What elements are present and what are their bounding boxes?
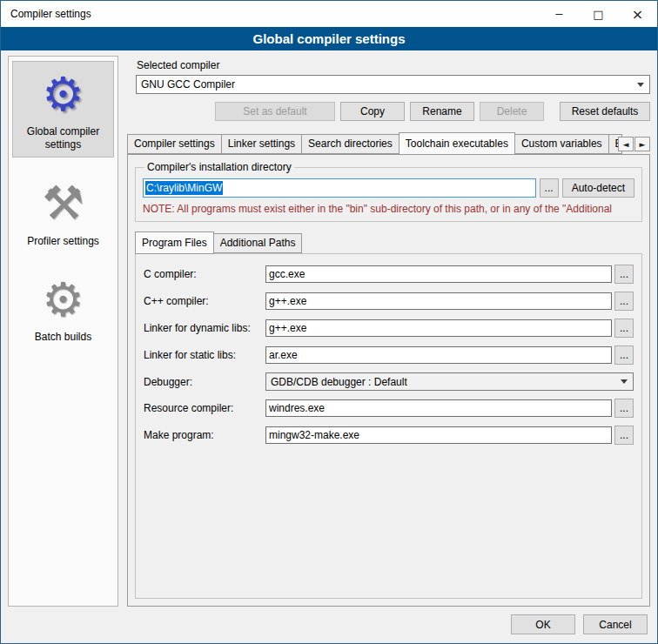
field-row-debugger: Debugger: GDB/CDB debugger : Default bbox=[144, 372, 634, 391]
sidebar-item-label: Profiler settings bbox=[27, 235, 99, 248]
main-panel: Selected compiler GNU GCC Compiler Set a… bbox=[127, 56, 650, 607]
sidebar-item-batch-builds[interactable]: ⚙ Batch builds bbox=[12, 266, 114, 350]
ok-button[interactable]: OK bbox=[511, 614, 575, 634]
close-icon: × bbox=[632, 6, 643, 23]
set-as-default-button: Set as default bbox=[215, 102, 335, 121]
minimize-icon: ─ bbox=[556, 8, 563, 21]
settings-category-list: ⚙ Global compiler settings ⚒ Profiler se… bbox=[8, 56, 118, 607]
gears-icon: ⚙ bbox=[42, 274, 84, 325]
close-button[interactable]: × bbox=[618, 1, 657, 27]
compiler-actions: Set as default Copy Rename Delete Reset … bbox=[136, 102, 650, 121]
dialog-content: ⚙ Global compiler settings ⚒ Profiler se… bbox=[1, 50, 657, 612]
settings-tabs: Compiler settings Linker settings Search… bbox=[127, 132, 650, 154]
installation-directory-group: Compiler's installation directory C:\ray… bbox=[135, 161, 642, 222]
compiler-settings-dialog: Compiler settings ─ □ × Global compiler … bbox=[0, 0, 658, 644]
field-row-resource-compiler: Resource compiler: ... bbox=[144, 399, 634, 418]
selected-compiler-dropdown[interactable]: GNU GCC Compiler bbox=[136, 75, 650, 94]
tab-search-directories[interactable]: Search directories bbox=[301, 134, 400, 154]
titlebar[interactable]: Compiler settings ─ □ × bbox=[1, 1, 657, 27]
debugger-value: GDB/CDB debugger : Default bbox=[271, 376, 407, 388]
linker-static-browse-button[interactable]: ... bbox=[614, 345, 634, 365]
executables-subtabs: Program Files Additional Paths bbox=[135, 231, 642, 253]
field-row-linker-dynamic: Linker for dynamic libs: ... bbox=[144, 319, 634, 338]
maximize-button[interactable]: □ bbox=[579, 1, 618, 27]
chevron-down-icon bbox=[633, 77, 648, 92]
field-row-cpp-compiler: C++ compiler: ... bbox=[144, 292, 634, 311]
copy-button[interactable]: Copy bbox=[340, 102, 405, 121]
field-row-linker-static: Linker for static libs: ... bbox=[144, 345, 634, 365]
linker-dynamic-label: Linker for dynamic libs: bbox=[144, 322, 265, 334]
cpp-compiler-input[interactable] bbox=[265, 292, 612, 310]
dialog-header: Global compiler settings bbox=[1, 27, 657, 50]
make-program-label: Make program: bbox=[144, 429, 265, 441]
field-row-make-program: Make program: ... bbox=[144, 426, 634, 445]
c-compiler-label: C compiler: bbox=[144, 268, 265, 280]
linker-dynamic-input[interactable] bbox=[265, 319, 612, 337]
installation-directory-input[interactable]: C:\raylib\MinGW bbox=[143, 178, 536, 198]
reset-defaults-button[interactable]: Reset defaults bbox=[560, 102, 650, 121]
hammer-icon: ⚒ bbox=[42, 178, 84, 229]
browse-directory-button[interactable]: ... bbox=[540, 178, 559, 198]
tab-scroll-right-button[interactable]: ► bbox=[634, 137, 650, 151]
linker-static-label: Linker for static libs: bbox=[144, 349, 265, 361]
resource-compiler-label: Resource compiler: bbox=[144, 402, 265, 414]
window-title: Compiler settings bbox=[1, 8, 91, 20]
subtab-additional-paths[interactable]: Additional Paths bbox=[213, 233, 303, 253]
tab-compiler-settings[interactable]: Compiler settings bbox=[127, 134, 222, 154]
auto-detect-button[interactable]: Auto-detect bbox=[562, 178, 634, 198]
c-compiler-input[interactable] bbox=[265, 265, 612, 283]
gear-icon: ⚙ bbox=[42, 69, 84, 120]
sidebar-item-label: Batch builds bbox=[35, 331, 91, 344]
selected-compiler-value: GNU GCC Compiler bbox=[141, 78, 235, 91]
arrow-left-icon: ◄ bbox=[623, 140, 629, 149]
tab-custom-variables[interactable]: Custom variables bbox=[514, 134, 609, 154]
make-program-input[interactable] bbox=[265, 426, 612, 444]
linker-dynamic-browse-button[interactable]: ... bbox=[614, 319, 634, 338]
page-title: Global compiler settings bbox=[252, 31, 405, 46]
arrow-right-icon: ► bbox=[640, 140, 646, 149]
field-row-c-compiler: C compiler: ... bbox=[144, 265, 634, 284]
dialog-footer: OK Cancel bbox=[1, 612, 657, 643]
sidebar-item-profiler-settings[interactable]: ⚒ Profiler settings bbox=[12, 170, 114, 253]
compiler-selection-section: Selected compiler GNU GCC Compiler Set a… bbox=[127, 57, 650, 121]
tab-scroll-controls: ◄ ► bbox=[618, 137, 650, 151]
installation-directory-group-label: Compiler's installation directory bbox=[144, 161, 294, 173]
maximize-icon: □ bbox=[593, 8, 603, 21]
cpp-compiler-browse-button[interactable]: ... bbox=[614, 292, 634, 311]
selected-compiler-label: Selected compiler bbox=[137, 59, 650, 71]
sidebar-item-global-compiler-settings[interactable]: ⚙ Global compiler settings bbox=[12, 61, 114, 158]
tab-linker-settings[interactable]: Linker settings bbox=[221, 134, 302, 154]
linker-static-input[interactable] bbox=[265, 346, 612, 364]
tab-scroll-left-button[interactable]: ◄ bbox=[618, 137, 634, 151]
debugger-dropdown[interactable]: GDB/CDB debugger : Default bbox=[265, 372, 634, 391]
installation-directory-value: C:\raylib\MinGW bbox=[145, 181, 223, 195]
debugger-label: Debugger: bbox=[144, 376, 265, 388]
window-controls: ─ □ × bbox=[540, 1, 657, 27]
tab-toolchain-executables[interactable]: Toolchain executables bbox=[399, 132, 515, 155]
cancel-button[interactable]: Cancel bbox=[583, 614, 648, 634]
rename-button[interactable]: Rename bbox=[410, 102, 474, 121]
delete-button: Delete bbox=[480, 102, 544, 121]
bin-subdirectory-note: NOTE: All programs must exist either in … bbox=[143, 203, 634, 215]
subtab-program-files[interactable]: Program Files bbox=[135, 231, 214, 254]
minimize-button[interactable]: ─ bbox=[540, 1, 579, 27]
cpp-compiler-label: C++ compiler: bbox=[144, 295, 265, 307]
toolchain-executables-panel: Compiler's installation directory C:\ray… bbox=[127, 154, 650, 607]
make-program-browse-button[interactable]: ... bbox=[614, 426, 634, 445]
resource-compiler-input[interactable] bbox=[265, 399, 612, 417]
c-compiler-browse-button[interactable]: ... bbox=[614, 265, 634, 284]
resource-compiler-browse-button[interactable]: ... bbox=[614, 399, 634, 418]
program-files-panel: C compiler: ... C++ compiler: ... Linker… bbox=[135, 253, 642, 599]
chevron-down-icon bbox=[616, 374, 632, 389]
sidebar-item-label: Global compiler settings bbox=[15, 125, 111, 151]
installation-directory-row: C:\raylib\MinGW ... Auto-detect bbox=[143, 178, 634, 198]
